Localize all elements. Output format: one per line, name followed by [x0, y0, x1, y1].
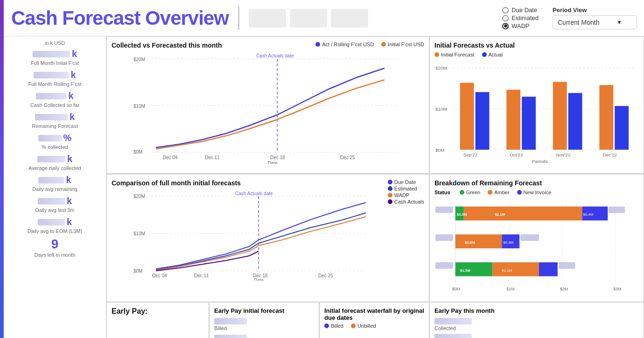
legend-dot-amber	[488, 190, 492, 195]
left-sidebar: in k USD k Full Month Inital F'cst k Ful…	[4, 36, 106, 338]
metric-label-7: Daily avg remaining	[9, 186, 100, 192]
svg-text:$10M: $10M	[133, 231, 145, 236]
comparison-full-month-panel: Comparison of full month initial forecas…	[106, 174, 429, 302]
legend-wadp: WADP	[388, 192, 424, 198]
legend-dot-est	[388, 186, 392, 191]
header-btn-3[interactable]	[331, 9, 368, 28]
svg-text:$2.1M: $2.1M	[495, 212, 505, 217]
svg-text:$1.1M: $1.1M	[502, 268, 512, 273]
radio-label-wadp: WADP	[511, 22, 530, 29]
bar-dec22-initial	[599, 85, 613, 149]
radio-circle-wadp	[502, 23, 509, 29]
charts-top-row: Collected vs Forecasted this month Act /…	[106, 36, 644, 174]
legend-dot-billed	[324, 324, 329, 328]
waterfall-title: Initial forecast waterfall by original d…	[324, 307, 424, 321]
early-pay-title: Early Pay:	[112, 307, 204, 316]
svg-text:$10M: $10M	[435, 106, 447, 112]
svg-text:$0M: $0M	[435, 148, 444, 153]
chevron-down-icon: ▼	[616, 19, 622, 26]
svg-text:Dec 18: Dec 18	[270, 155, 285, 160]
svg-text:$0M: $0M	[133, 268, 142, 274]
svg-rect-81	[492, 262, 539, 276]
header-right: Due Date Estimated WADP Period View Curr…	[502, 7, 637, 29]
content-area: in k USD k Full Month Inital F'cst k Ful…	[4, 36, 644, 338]
legend-label-new-invoice: New Invoice	[524, 190, 552, 195]
early-pay-month-panel: Early Pay this month Collected Billed av…	[429, 302, 644, 338]
legend-dot-act	[315, 42, 320, 47]
metric-label-1: Full Month Inital F'cst	[9, 60, 100, 66]
current-period-value: Current Month	[558, 19, 599, 26]
left-accent-bar	[0, 0, 4, 338]
legend-label-ca: Cash Actuals	[394, 199, 424, 204]
collected-vs-forecasted-panel: Collected vs Forecasted this month Act /…	[106, 36, 429, 174]
initial-vs-actual-title: Initial Forecasts vs Actual	[434, 42, 639, 49]
legend-cash-actuals: Cash Actuals	[388, 199, 424, 204]
radio-wadp[interactable]: WADP	[502, 22, 539, 29]
radio-circle-due-date	[502, 7, 509, 14]
bar-sep22-initial	[460, 83, 474, 149]
legend-label-green: Green	[466, 190, 481, 195]
sidebar-currency-label: in k USD	[9, 40, 100, 46]
legend-label-est: Estimated	[394, 186, 417, 191]
legend-dot-initial-forecast	[434, 52, 439, 57]
metric-value-blur-7	[38, 177, 64, 183]
bar-sep22-actual	[476, 92, 490, 149]
period-dropdown[interactable]: Current Month ▼	[553, 15, 637, 29]
metric-full-month-initial: k Full Month Inital F'cst	[9, 48, 100, 66]
comparison-title: Comparison of full month initial forecas…	[112, 179, 424, 187]
radio-group: Due Date Estimated WADP	[502, 7, 539, 29]
svg-text:$10M: $10M	[133, 104, 145, 109]
legend-dot-ca	[388, 199, 392, 204]
waterfall-legend: Billed Unbilled	[324, 323, 424, 329]
svg-text:Periods: Periods	[532, 159, 548, 164]
radio-due-date[interactable]: Due Date	[502, 7, 539, 14]
svg-text:$2M: $2M	[560, 287, 568, 291]
legend-label-wadp: WADP	[394, 192, 410, 198]
waterfall-panel: Initial forecast waterfall by original d…	[319, 302, 429, 338]
breakdown-title: Breakdown of Remaining Forecast	[434, 179, 639, 187]
metric-remaining-forecast: k Remaining Forecast	[9, 111, 100, 129]
svg-text:$1.5M: $1.5M	[460, 268, 470, 273]
svg-text:$20M: $20M	[435, 65, 447, 70]
legend-amber: Amber	[488, 190, 509, 195]
legend-due-date: Due Date	[388, 179, 424, 185]
period-view-section: Period View Current Month ▼	[553, 7, 637, 29]
metric-label-2: Full Month Rolling F'cst	[9, 81, 100, 87]
legend-dot-dd	[388, 180, 392, 184]
svg-rect-78	[520, 234, 539, 241]
svg-rect-85	[559, 262, 575, 269]
epm-collected-label: Collected	[434, 325, 639, 331]
svg-text:$0.3M: $0.3M	[503, 240, 513, 245]
page-title: Cash Forecast Overview	[11, 7, 229, 29]
charts-bottom-row: Comparison of full month initial forecas…	[106, 174, 644, 338]
radio-estimated[interactable]: Estimated	[502, 14, 539, 21]
initial-vs-actual-chart: $20M $10M $0M	[434, 59, 639, 167]
header-btn-1[interactable]	[249, 9, 286, 28]
svg-text:$0M: $0M	[133, 149, 142, 155]
svg-rect-67	[464, 206, 582, 220]
svg-text:$20M: $20M	[133, 194, 145, 199]
svg-text:$0.4M: $0.4M	[583, 212, 594, 217]
svg-text:$20M: $20M	[133, 57, 145, 62]
svg-text:$0.5M: $0.5M	[457, 212, 467, 217]
legend-label-billed: Billed	[331, 323, 343, 329]
svg-text:$3M: $3M	[613, 287, 621, 291]
svg-text:Dec 11: Dec 11	[205, 155, 220, 160]
svg-text:Dec 25: Dec 25	[318, 273, 333, 278]
metric-days-left: 9 Days left in month	[9, 237, 100, 258]
metric-label-10: Days left in month	[9, 252, 100, 258]
legend-label-unbilled: Unbilled	[357, 323, 376, 329]
legend-label-initial: Initial F'cst USD	[388, 42, 424, 47]
legend-new-invoice: New Invoice	[517, 190, 552, 195]
collected-vs-forecasted-chart: $20M $10M $0M Cash Actuals date	[112, 52, 424, 164]
legend-actual: Actual	[482, 52, 503, 57]
period-view-label: Period View	[553, 7, 637, 14]
legend-label-amber: Amber	[494, 190, 509, 195]
svg-text:Date: Date	[268, 161, 278, 164]
legend-label-actual: Actual	[489, 52, 503, 57]
bar-nov22-actual	[568, 93, 582, 149]
metric-label-3: Cash Collected so far	[9, 102, 100, 108]
svg-text:Dec 04: Dec 04	[163, 155, 178, 160]
header-btn-2[interactable]	[290, 9, 327, 28]
metric-value-blur-2	[34, 72, 69, 78]
